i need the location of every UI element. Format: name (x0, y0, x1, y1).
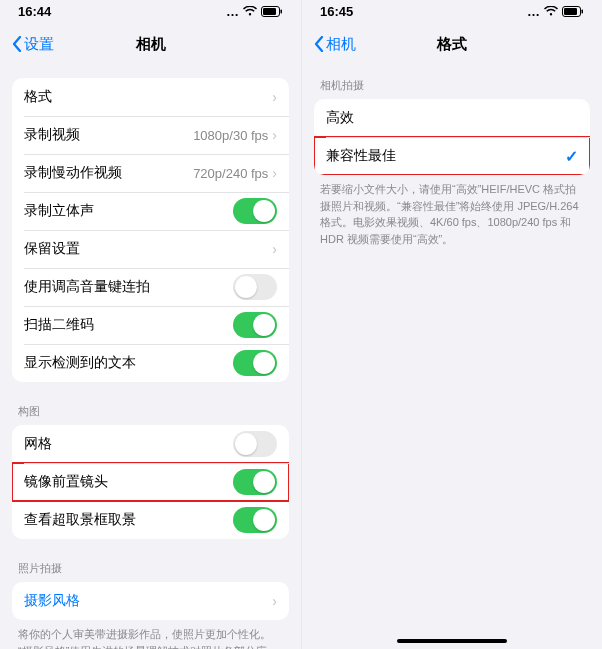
toggle-switch[interactable] (233, 312, 277, 338)
group-main: 格式›录制视频1080p/30 fps›录制慢动作视频720p/240 fps›… (12, 78, 289, 382)
toggle-switch[interactable] (233, 469, 277, 495)
chevron-right-icon: › (272, 165, 277, 181)
battery-icon (261, 6, 283, 17)
back-button[interactable]: 设置 (8, 31, 58, 58)
list-composition: 网格镜像前置镜头查看超取景框取景 (12, 425, 289, 539)
home-indicator (397, 639, 507, 643)
list-row[interactable]: 保留设置› (12, 230, 289, 268)
list-row[interactable]: 兼容性最佳✓ (314, 137, 590, 175)
checkmark-icon: ✓ (565, 147, 578, 166)
pane-formats: 16:45 … 相机 格式 相机拍摄 高效兼容性最佳✓ 若要缩小文件大小，请使用… (301, 0, 602, 649)
row-label: 录制慢动作视频 (24, 164, 193, 182)
list-row[interactable]: 查看超取景框取景 (12, 501, 289, 539)
list-row[interactable]: 录制视频1080p/30 fps› (12, 116, 289, 154)
pane-camera: 16:44 … 设置 相机 格式›录制视频1080p/30 fps›录制慢动作视… (0, 0, 301, 649)
chevron-right-icon: › (272, 89, 277, 105)
chevron-right-icon: › (272, 127, 277, 143)
status-bar: 16:45 … (302, 0, 602, 22)
row-label: 查看超取景框取景 (24, 511, 233, 529)
row-label: 摄影风格 (24, 592, 272, 610)
content: 格式›录制视频1080p/30 fps›录制慢动作视频720p/240 fps›… (0, 66, 301, 649)
row-label: 录制视频 (24, 126, 193, 144)
row-label: 录制立体声 (24, 202, 233, 220)
chevron-left-icon (12, 36, 22, 52)
dots-icon: … (527, 4, 540, 19)
svg-rect-1 (263, 8, 276, 15)
list-row[interactable]: 显示检测到的文本 (12, 344, 289, 382)
list-row[interactable]: 摄影风格› (12, 582, 289, 620)
content: 相机拍摄 高效兼容性最佳✓ 若要缩小文件大小，请使用“高效”HEIF/HEVC … (302, 66, 602, 649)
chevron-left-icon (314, 36, 324, 52)
list-row[interactable]: 镜像前置镜头 (12, 463, 289, 501)
list-row[interactable]: 录制慢动作视频720p/240 fps› (12, 154, 289, 192)
list-row[interactable]: 扫描二维码 (12, 306, 289, 344)
svg-rect-5 (582, 9, 584, 13)
row-label: 高效 (326, 109, 578, 127)
chevron-right-icon: › (272, 241, 277, 257)
status-bar: 16:44 … (0, 0, 301, 22)
status-right: … (527, 4, 584, 19)
row-label: 格式 (24, 88, 272, 106)
row-detail: 720p/240 fps (193, 166, 268, 181)
back-button[interactable]: 相机 (310, 31, 360, 58)
toggle-switch[interactable] (233, 198, 277, 224)
row-label: 显示检测到的文本 (24, 354, 233, 372)
wifi-icon (544, 6, 558, 16)
list-row[interactable]: 网格 (12, 425, 289, 463)
back-label: 设置 (24, 35, 54, 54)
group-header: 相机拍摄 (314, 78, 590, 99)
group-camera-capture: 相机拍摄 高效兼容性最佳✓ 若要缩小文件大小，请使用“高效”HEIF/HEVC … (314, 78, 590, 247)
status-time: 16:45 (320, 4, 353, 19)
status-time: 16:44 (18, 4, 51, 19)
row-label: 网格 (24, 435, 233, 453)
list-camera-capture: 高效兼容性最佳✓ (314, 99, 590, 175)
wifi-icon (243, 6, 257, 16)
group-header: 照片拍摄 (12, 561, 289, 582)
row-label: 保留设置 (24, 240, 272, 258)
list-main: 格式›录制视频1080p/30 fps›录制慢动作视频720p/240 fps›… (12, 78, 289, 382)
list-row[interactable]: 高效 (314, 99, 590, 137)
row-label: 使用调高音量键连拍 (24, 278, 233, 296)
nav-bar: 设置 相机 (0, 22, 301, 66)
row-label: 兼容性最佳 (326, 147, 565, 165)
toggle-switch[interactable] (233, 274, 277, 300)
svg-rect-2 (281, 9, 283, 13)
back-label: 相机 (326, 35, 356, 54)
chevron-right-icon: › (272, 593, 277, 609)
svg-rect-4 (564, 8, 577, 15)
group-composition: 构图 网格镜像前置镜头查看超取景框取景 (12, 404, 289, 539)
row-label: 镜像前置镜头 (24, 473, 233, 491)
battery-icon (562, 6, 584, 17)
row-label: 扫描二维码 (24, 316, 233, 334)
group-footer: 将你的个人审美带进摄影作品，使照片更加个性化。“摄影风格”使用先进的场景理解技术… (12, 620, 289, 649)
list-row[interactable]: 格式› (12, 78, 289, 116)
toggle-switch[interactable] (233, 431, 277, 457)
list-row[interactable]: 录制立体声 (12, 192, 289, 230)
group-photo-capture: 照片拍摄 摄影风格› 将你的个人审美带进摄影作品，使照片更加个性化。“摄影风格”… (12, 561, 289, 649)
row-detail: 1080p/30 fps (193, 128, 268, 143)
toggle-switch[interactable] (233, 350, 277, 376)
group-header: 构图 (12, 404, 289, 425)
toggle-switch[interactable] (233, 507, 277, 533)
dots-icon: … (226, 4, 239, 19)
status-right: … (226, 4, 283, 19)
list-photo-capture: 摄影风格› (12, 582, 289, 620)
nav-bar: 相机 格式 (302, 22, 602, 66)
group-footer: 若要缩小文件大小，请使用“高效”HEIF/HEVC 格式拍摄照片和视频。“兼容性… (314, 175, 590, 247)
list-row[interactable]: 使用调高音量键连拍 (12, 268, 289, 306)
